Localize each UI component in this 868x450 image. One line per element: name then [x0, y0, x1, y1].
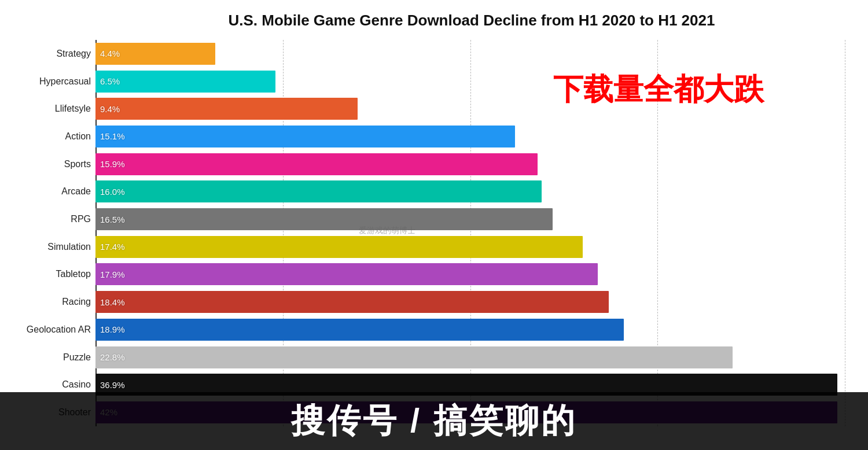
y-label-simulation: Simulation: [6, 234, 91, 260]
bar-rpg: 16.5%: [95, 208, 553, 230]
bar-row-racing: 18.4%: [95, 289, 845, 315]
bar-value-label: 36.9%: [100, 380, 125, 390]
bar-sports: 15.9%: [95, 153, 538, 175]
bar-row-puzzle: 22.8%: [95, 345, 845, 370]
bar-value-label: 17.9%: [100, 270, 125, 279]
bar-hypercasual: 6.5%: [95, 71, 275, 93]
bar-action: 15.1%: [95, 126, 515, 147]
grid-line: [845, 40, 845, 426]
bar-value-label: 16.0%: [100, 187, 125, 197]
bar-value-label: 17.4%: [100, 242, 125, 252]
bar-row-geolocation-ar: 18.9%: [95, 317, 845, 342]
y-label-rpg: RPG: [6, 206, 91, 232]
y-label-strategy: Strategy: [6, 41, 91, 67]
bar-value-label: 15.1%: [100, 131, 125, 141]
bar-value-label: 18.4%: [100, 297, 125, 307]
y-label-puzzle: Puzzle: [6, 345, 91, 370]
chart-container: U.S. Mobile Game Genre Download Decline …: [0, 0, 868, 450]
y-axis-labels: StrategyHypercasualLlifetsyleActionSport…: [6, 40, 95, 426]
bar-row-strategy: 4.4%: [95, 41, 845, 67]
bar-puzzle: 22.8%: [95, 346, 733, 368]
y-label-geolocation-ar: Geolocation AR: [6, 317, 91, 342]
y-label-hypercasual: Hypercasual: [6, 69, 91, 94]
bar-arcade: 16.0%: [95, 180, 542, 202]
bar-value-label: 15.9%: [100, 159, 125, 169]
bar-simulation: 17.4%: [95, 236, 583, 258]
bar-value-label: 22.8%: [100, 352, 125, 362]
bar-value-label: 4.4%: [100, 49, 120, 58]
y-label-action: Action: [6, 124, 91, 149]
watermark: 爱游戏的萌博士: [359, 226, 415, 236]
chart-title: U.S. Mobile Game Genre Download Decline …: [98, 12, 845, 29]
bar-row-arcade: 16.0%: [95, 179, 845, 204]
bar-row-simulation: 17.4%: [95, 234, 845, 260]
bar-tabletop: 17.9%: [95, 263, 598, 285]
bar-racing: 18.4%: [95, 291, 609, 313]
bar-row-sports: 15.9%: [95, 152, 845, 177]
overlay-text: 搜传号 / 搞笑聊的: [291, 399, 577, 444]
bar-value-label: 16.5%: [100, 215, 125, 224]
y-label-llifetsyle: Llifetsyle: [6, 96, 91, 121]
y-label-racing: Racing: [6, 289, 91, 315]
bar-row-rpg: 16.5%: [95, 206, 845, 232]
annotation-text: 下载量全都大跌: [553, 69, 764, 110]
bar-value-label: 9.4%: [100, 104, 120, 114]
bar-row-action: 15.1%: [95, 124, 845, 149]
y-label-sports: Sports: [6, 152, 91, 177]
overlay-bottom: 搜传号 / 搞笑聊的: [0, 392, 868, 450]
bar-strategy: 4.4%: [95, 43, 215, 65]
y-label-arcade: Arcade: [6, 179, 91, 204]
bar-row-tabletop: 17.9%: [95, 261, 845, 287]
bar-llifetsyle: 9.4%: [95, 98, 358, 120]
bar-value-label: 18.9%: [100, 324, 125, 334]
bar-value-label: 6.5%: [100, 76, 120, 86]
y-label-tabletop: Tabletop: [6, 261, 91, 287]
bar-geolocation-ar: 18.9%: [95, 319, 624, 341]
